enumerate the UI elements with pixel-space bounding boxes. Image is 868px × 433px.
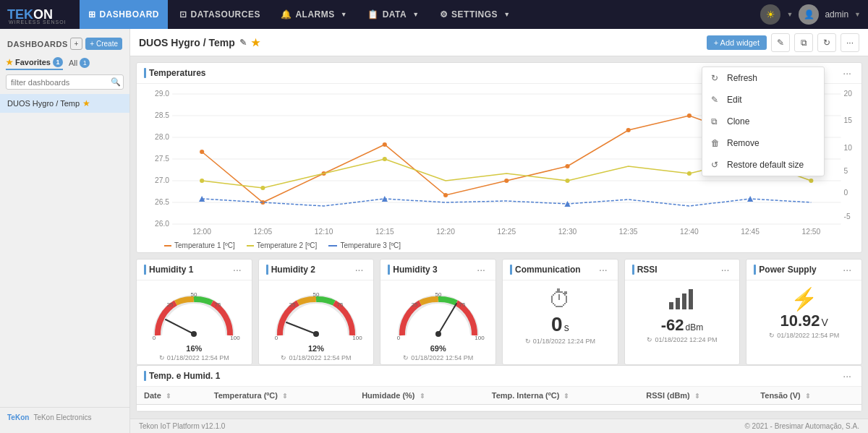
nav-alarms[interactable]: 🔔 ALARMS ▼ — [272, 0, 356, 29]
rssi-header: RSSI ··· — [625, 260, 740, 280]
create-dashboard-button[interactable]: + Create — [85, 38, 122, 50]
humidity1-title: Humidity 1 — [144, 265, 193, 275]
data-chevron-icon: ▼ — [412, 11, 419, 18]
nav-dashboard[interactable]: ⊞ DASHBOARD — [80, 0, 168, 29]
lightning-bolt-icon: ⚡ — [791, 286, 817, 312]
signal-bars-icon — [668, 286, 697, 316]
communication-time: 01/18/2022 12:24 PM — [533, 338, 595, 345]
humidity2-menu-button[interactable]: ··· — [352, 264, 367, 275]
svg-point-49 — [687, 171, 692, 176]
tab-all[interactable]: All 1 — [69, 56, 90, 70]
rssi-widget: RSSI ··· -62 — [624, 259, 741, 365]
ellipsis-icon: ··· — [846, 38, 854, 48]
humidity3-title: Humidity 3 — [388, 265, 437, 275]
edit-title-icon[interactable]: ✎ — [239, 38, 247, 48]
sort-rssi-icon: ⇕ — [694, 393, 700, 400]
col-temp-interna[interactable]: Temp. Interna (ºC) ⇕ — [485, 387, 639, 405]
col-tensao[interactable]: Tensão (V) ⇕ — [753, 387, 861, 405]
col-humidade[interactable]: Humidade (%) ⇕ — [354, 387, 485, 405]
datasources-icon: ⊡ — [179, 9, 187, 20]
col-temperatura[interactable]: Temperatura (ºC) ⇕ — [207, 387, 354, 405]
sort-humidade-icon: ⇕ — [420, 393, 425, 400]
svg-text:27.5: 27.5 — [155, 155, 169, 163]
svg-text:26.5: 26.5 — [155, 198, 169, 206]
nav-right: ☀ ▼ 👤 admin ▼ — [760, 4, 861, 25]
humidity1-timestamp: ↻ 01/18/2022 12:54 PM — [159, 354, 229, 361]
power-menu-button[interactable]: ··· — [840, 264, 854, 275]
svg-point-40 — [565, 164, 569, 168]
humidity3-menu-button[interactable]: ··· — [474, 264, 488, 275]
settings-icon: ⚙ — [440, 9, 448, 20]
rssi-menu-button[interactable]: ··· — [718, 264, 733, 275]
svg-text:WIRELESS SENSORY TECHNOLOGY: WIRELESS SENSORY TECHNOLOGY — [9, 20, 65, 25]
sidebar-filter: 🔍 — [6, 74, 124, 90]
dropdown-clone[interactable]: ⧉ Clone — [702, 111, 824, 132]
tab-all-label: All — [69, 59, 77, 67]
svg-rect-76 — [669, 302, 673, 309]
svg-text:12:25: 12:25 — [497, 228, 516, 236]
svg-text:5: 5 — [844, 167, 848, 175]
tab-favorites-label: Favorites — [15, 58, 51, 67]
humidity2-timestamp: ↻ 01/18/2022 12:54 PM — [281, 354, 351, 361]
sidebar-tabs: ★ Favorites 1 All 1 — [0, 56, 129, 70]
col-date[interactable]: Date ⇕ — [137, 387, 207, 405]
pencil-icon: ✎ — [777, 38, 784, 48]
filter-input[interactable] — [11, 78, 111, 87]
user-avatar-button[interactable]: 👤 — [799, 4, 819, 25]
nav-data[interactable]: 📋 DATA ▼ — [359, 0, 427, 29]
header-actions: + Add widget ✎ ⧉ ↻ ··· — [707, 33, 859, 52]
svg-text:100: 100 — [475, 335, 485, 341]
svg-text:75: 75 — [215, 301, 221, 308]
svg-text:0: 0 — [275, 335, 278, 341]
sidebar-item-duos[interactable]: DUOS Hygro / Temp ★ — [0, 94, 129, 113]
table-title: Temp. e Humid. 1 — [144, 371, 220, 381]
edit-dashboard-button[interactable]: ✎ — [771, 33, 790, 52]
humidity2-title: Humidity 2 — [266, 265, 315, 275]
svg-text:15: 15 — [844, 116, 853, 124]
communication-widget: Communication ··· ⏱ 0 s ↻ 01/18/2022 12:… — [502, 259, 618, 365]
dropdown-remove-label: Remove — [727, 138, 760, 148]
sidebar-footer: TeKon TeKon Electronics — [0, 407, 129, 427]
logo: TEK ON WIRELESS SENSORY TECHNOLOGY — [7, 4, 65, 25]
tab-favorites[interactable]: ★ Favorites 1 — [6, 56, 63, 70]
svg-point-37 — [383, 142, 387, 147]
restore-icon: ↺ — [711, 160, 721, 170]
favorite-star-icon[interactable]: ★ — [251, 37, 260, 48]
col-rssi-dbm[interactable]: RSSI (dBm) ⇕ — [639, 387, 753, 405]
svg-text:12:15: 12:15 — [375, 228, 394, 236]
sync-dashboard-button[interactable]: ↻ — [817, 33, 836, 52]
footer-platform: Tekon IoT Platform v12.1.0 — [139, 422, 225, 430]
nav-settings[interactable]: ⚙ SETTINGS ▼ — [431, 0, 519, 29]
dropdown-edit[interactable]: ✎ Edit — [702, 89, 824, 111]
svg-point-42 — [687, 113, 692, 118]
dropdown-refresh[interactable]: ↻ Refresh — [702, 67, 824, 89]
nav-datasources-label: DATASOURCES — [191, 9, 260, 20]
dropdown-remove[interactable]: 🗑 Remove — [702, 132, 824, 154]
svg-text:20: 20 — [844, 90, 853, 98]
add-dashboard-button[interactable]: + — [70, 38, 83, 50]
alarms-icon: 🔔 — [281, 9, 292, 20]
svg-point-50 — [809, 179, 813, 183]
power-timestamp: ↻ 01/18/2022 12:54 PM — [769, 332, 839, 339]
table-menu-button[interactable]: ··· — [840, 370, 854, 382]
nav-datasources[interactable]: ⊡ DATASOURCES — [171, 0, 269, 29]
svg-line-74 — [438, 304, 456, 334]
nav-alarms-label: ALARMS — [295, 9, 334, 20]
communication-menu-button[interactable]: ··· — [596, 264, 610, 275]
sidebar-item-star-icon: ★ — [82, 98, 90, 108]
more-options-button[interactable]: ··· — [841, 33, 859, 52]
copy-dashboard-button[interactable]: ⧉ — [794, 33, 813, 52]
add-widget-button[interactable]: + Add widget — [707, 35, 767, 50]
rssi-body: -62 dBm ↻ 01/18/2022 12:24 PM — [625, 280, 740, 349]
dropdown-restore[interactable]: ↺ Restore default size — [702, 154, 824, 176]
temperatures-menu-button[interactable]: ··· — [840, 67, 854, 79]
copy-icon: ⧉ — [801, 38, 807, 48]
footer: Tekon IoT Platform v12.1.0 © 2021 - Bres… — [130, 419, 868, 433]
humidity1-time: 01/18/2022 12:54 PM — [167, 354, 229, 361]
svg-line-67 — [286, 322, 316, 334]
legend-temp2-dot — [247, 245, 254, 246]
humidity1-menu-button[interactable]: ··· — [230, 264, 244, 275]
sync-icon: ↻ — [823, 38, 830, 48]
theme-toggle-button[interactable]: ☀ — [760, 4, 780, 25]
legend-temp2: Temperature 2 [ºC] — [247, 241, 318, 249]
